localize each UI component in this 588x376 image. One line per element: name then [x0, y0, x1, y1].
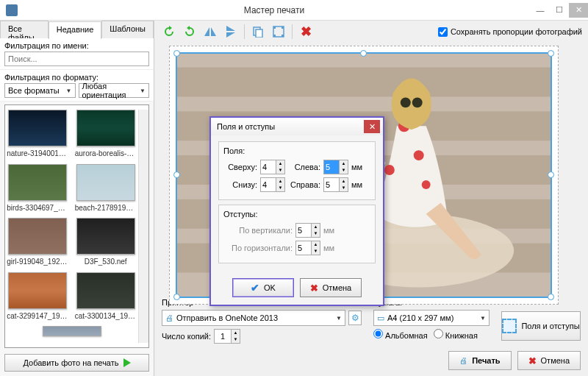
svg-rect-1: [256, 29, 262, 38]
fields-group-label: Поля:: [223, 146, 370, 155]
copies-label: Число копий:: [162, 332, 211, 341]
print-button[interactable]: 🖨Печать: [448, 351, 511, 370]
printer-select[interactable]: 🖨 Отправить в OneNote 2013▼: [162, 310, 345, 326]
svg-point-16: [384, 165, 395, 175]
thumbnail-item[interactable]: cat-3300134_192...: [75, 272, 137, 324]
printer-icon: 🖨: [165, 313, 173, 322]
svg-point-19: [401, 97, 411, 107]
app-icon: [6, 4, 18, 16]
margin-right-spinner[interactable]: ▲▼: [323, 177, 348, 192]
unit-label: мм: [323, 244, 334, 252]
svg-rect-3: [273, 26, 276, 29]
tab-recent[interactable]: Недавние: [49, 21, 102, 39]
close-button[interactable]: ✕: [569, 3, 588, 18]
arrow-right-icon: [123, 358, 131, 367]
add-photo-button[interactable]: Добавить фото на печать: [4, 354, 149, 372]
resize-handle[interactable]: [360, 50, 367, 57]
filter-format-select[interactable]: Все форматы▼: [4, 83, 76, 98]
keep-aspect-checkbox[interactable]: Сохранять пропорции фотографий: [438, 27, 582, 37]
fit-button[interactable]: [270, 23, 287, 40]
thumbnail-item[interactable]: beach-2178919_1...: [75, 164, 137, 216]
keep-aspect-label: Сохранять пропорции фотографий: [451, 27, 582, 36]
cancel-button[interactable]: ✖Отмена: [517, 351, 581, 370]
maximize-button[interactable]: ☐: [550, 3, 569, 18]
rotate-right-button[interactable]: [181, 23, 198, 40]
margin-bottom-spinner[interactable]: ▲▼: [260, 177, 285, 192]
tab-templates[interactable]: Шаблоны: [101, 21, 154, 38]
gap-horiz-label: По горизонтали:: [223, 244, 293, 252]
flip-horizontal-button[interactable]: [201, 23, 219, 40]
action-row: 🖨Печать ✖Отмена: [154, 351, 588, 376]
svg-rect-12: [177, 68, 551, 97]
dialog-ok-button[interactable]: ✔OK: [232, 278, 294, 297]
dialog-close-button[interactable]: ✕: [364, 120, 380, 133]
sidebar-tabs: Все файлы Недавние Шаблоны: [0, 21, 154, 38]
gap-horiz-spinner[interactable]: ▲▼: [295, 241, 320, 255]
filter-orientation-select[interactable]: Любая ориентация▼: [79, 83, 150, 98]
margin-top-spinner[interactable]: ▲▼: [260, 160, 285, 174]
copy-button[interactable]: [249, 23, 267, 40]
filter-name-input[interactable]: [4, 52, 149, 66]
print-icon: 🖨: [459, 356, 467, 365]
svg-point-17: [422, 180, 431, 189]
gap-vert-spinner[interactable]: ▲▼: [295, 223, 320, 238]
resize-handle[interactable]: [548, 50, 554, 57]
unit-label: мм: [351, 163, 362, 171]
svg-rect-6: [282, 35, 284, 37]
thumbs-scrollbar[interactable]: [138, 110, 148, 343]
svg-rect-5: [273, 35, 276, 37]
unit-label: мм: [323, 226, 334, 235]
copies-spinner[interactable]: ▲▼: [214, 329, 240, 344]
cancel-icon: ✖: [528, 355, 537, 366]
resize-handle[interactable]: [548, 294, 554, 300]
svg-rect-4: [282, 26, 284, 29]
resize-handle[interactable]: [173, 171, 180, 178]
minimize-button[interactable]: —: [531, 3, 550, 18]
thumbnail-item[interactable]: aurora-borealis-1...: [75, 110, 137, 161]
orientation-portrait[interactable]: Книжная: [434, 329, 478, 340]
thumbnail-item[interactable]: birds-3304697_19...: [7, 164, 68, 216]
thumbnail-item[interactable]: cat-3299147_192...: [7, 272, 68, 324]
paper-select[interactable]: ▭ А4 (210 x 297 мм)▼: [373, 310, 490, 326]
resize-handle[interactable]: [548, 171, 554, 178]
svg-point-15: [414, 150, 424, 160]
rotate-left-button[interactable]: [160, 23, 178, 40]
main-panel: ✖ Сохранять пропорции фотографий: [154, 21, 588, 376]
dialog-titlebar[interactable]: Поля и отступы ✕: [211, 118, 383, 135]
sidebar: Все файлы Недавние Шаблоны Фильтрация по…: [0, 21, 154, 376]
tab-all-files[interactable]: Все файлы: [0, 21, 49, 38]
delete-button[interactable]: ✖: [297, 23, 315, 40]
thumbnail-item[interactable]: girl-919048_1920...: [7, 218, 68, 269]
filter-format-label: Фильтрация по формату:: [4, 73, 149, 82]
printer-settings-button[interactable]: ⚙: [348, 311, 362, 325]
unit-label: мм: [351, 180, 362, 189]
thumbnail-item[interactable]: nature-3194001_...: [7, 110, 68, 161]
margin-left-spinner[interactable]: ▲▼: [323, 160, 348, 174]
margins-button[interactable]: Поля и отступы: [501, 311, 581, 341]
gaps-group-label: Отступы:: [223, 210, 370, 219]
svg-point-20: [412, 97, 423, 107]
flip-vertical-button[interactable]: [222, 23, 240, 40]
margin-top-label: Сверху:: [223, 163, 257, 171]
margin-left-label: Слева:: [288, 163, 320, 171]
filter-name-label: Фильтрация по имени:: [4, 41, 149, 50]
margins-dialog: Поля и отступы ✕ Поля: Сверху: ▲▼ Слева:…: [209, 116, 384, 306]
titlebar: Мастер печати — ☐ ✕: [0, 0, 588, 21]
page-icon: ▭: [377, 313, 384, 323]
orientation-landscape[interactable]: Альбомная: [373, 329, 428, 340]
thumbnail-grid: nature-3194001_... aurora-borealis-1... …: [5, 110, 138, 343]
keep-aspect-input[interactable]: [438, 27, 448, 37]
thumbnail-item[interactable]: [41, 326, 103, 343]
thumbnail-item[interactable]: D3F_530.nef: [75, 218, 137, 269]
margin-bottom-label: Снизу:: [223, 180, 257, 189]
resize-handle[interactable]: [173, 50, 180, 57]
toolbar: ✖ Сохранять пропорции фотографий: [154, 21, 588, 43]
window-title: Мастер печати: [18, 5, 531, 15]
dialog-cancel-button[interactable]: ✖Отмена: [300, 278, 362, 297]
preview-area: Поля и отступы ✕ Поля: Сверху: ▲▼ Слева:…: [154, 43, 588, 294]
dialog-title: Поля и отступы: [217, 122, 275, 131]
resize-handle[interactable]: [173, 294, 180, 300]
separator: [244, 24, 245, 39]
add-photo-label: Добавить фото на печать: [23, 358, 118, 367]
margin-right-label: Справа:: [288, 180, 320, 189]
